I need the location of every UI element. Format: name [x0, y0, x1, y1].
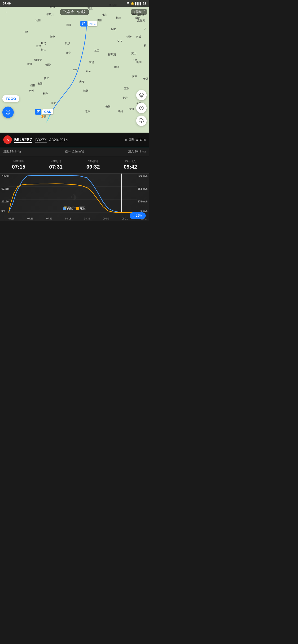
bell-icon: 🔔 [131, 2, 134, 5]
back-icon: ‹ [5, 9, 7, 15]
can-arrival: CAN推入 09:42 [112, 159, 149, 171]
aircraft-type: A320-251N [49, 138, 68, 142]
status-bar: 07:09 👁 🔔 ▌▌▌ 92 [0, 0, 149, 7]
playback-button[interactable]: ▷ 回放 UTC+8 [125, 138, 146, 142]
can-landing-value: 09:32 [87, 164, 100, 170]
map-container[interactable]: 郑州 商丘 微山湖 淮北 蚌埠 南京 宿迁 洪泽湖 高邮湖 合肥 铜陵 宣城 阜… [0, 0, 149, 132]
timezone-label: UTC+8 [136, 138, 146, 142]
y-label-5236: 5236m [1, 187, 9, 190]
flight-info: MU5287 B327X A320-251N [14, 137, 68, 142]
download-button[interactable] [136, 116, 147, 126]
time-display: 07:09 [3, 2, 11, 5]
layers-button[interactable] [136, 90, 147, 100]
fullscreen-icon: ⛶ [142, 10, 145, 14]
battery-display: 92 [143, 2, 146, 5]
can-arrival-label: CAN推入 [125, 160, 136, 163]
y-label-0kmh: 0km/h [140, 210, 148, 212]
togo-badge[interactable]: TOGO [2, 95, 19, 102]
hfe-takeoff-label: HFE起飞 [51, 160, 61, 163]
watermark-text: Smiling_HDG [68, 206, 85, 209]
watermark: 😊 Smiling_HDG [64, 206, 85, 209]
chart-x-labels: 07:15 07:36 07:57 08:18 08:39 09:00 09:2… [8, 217, 147, 220]
hfe-pushback: HFE推出 07:15 [0, 159, 37, 171]
hfe-takeoff: HFE起飞 07:31 [37, 159, 75, 171]
hfe-code: HFE [88, 21, 97, 26]
time-grid: HFE推出 07:15 HFE起飞 07:31 CAN落地 09:32 CAN推… [0, 156, 149, 174]
svg-rect-1 [0, 0, 149, 132]
taxi-out-stat: 滑出:15min(s) [3, 150, 21, 154]
can-landing: CAN落地 09:32 [74, 159, 112, 171]
x-label-0900: 09:00 [103, 217, 109, 220]
hfe-pushback-value: 07:15 [12, 164, 25, 170]
eye-icon: 👁 [127, 2, 130, 5]
map-controls [136, 90, 147, 126]
x-label-0715: 07:15 [8, 217, 14, 220]
x-label-0921: 09:21 [122, 217, 128, 220]
play-icon: ▷ [125, 138, 128, 142]
flight-number: MU5287 [14, 137, 33, 143]
video-label: 视频 [136, 10, 142, 14]
back-button[interactable]: ‹ [2, 8, 10, 16]
reg-code: B327X [35, 138, 47, 142]
user-avatar-icon: 😊 [64, 206, 67, 209]
origin-badge: 起 [80, 21, 87, 26]
flight-header: 东 MU5287 B327X A320-251N ▷ 回放 UTC+8 [0, 132, 149, 147]
svg-text:东: 东 [7, 138, 9, 141]
time-stats: 滑出:15min(s) 空中:121min(s) 滑入:10min(s) [0, 147, 149, 156]
video-button[interactable]: ⬆ 视频 ⛶ [131, 9, 147, 15]
can-arrival-value: 09:42 [124, 164, 137, 170]
map-svg [0, 0, 149, 132]
x-label-0757: 07:57 [46, 217, 52, 220]
radar-button[interactable] [2, 106, 14, 118]
hfe-takeoff-value: 07:31 [49, 164, 62, 170]
share-icon: ⬆ [133, 10, 135, 14]
x-label-0818: 08:18 [65, 217, 71, 220]
info-panel: 东 MU5287 B327X A320-251N ▷ 回放 UTC+8 滑出:1… [0, 132, 149, 221]
signal-icon: ▌▌▌ [135, 2, 142, 5]
share-count-button[interactable]: 共16张 [130, 212, 146, 219]
y-label-552: 552km/h [138, 187, 148, 190]
dest-badge: 落 [35, 109, 41, 114]
status-icons: 👁 🔔 ▌▌▌ 92 [127, 2, 146, 5]
hfe-pushback-label: HFE推出 [13, 160, 24, 163]
chart-area: ✈ 7854m 5236m 2618m 0m 829km/h 552km/h 2… [0, 174, 149, 221]
y-label-829: 829km/h [138, 174, 148, 177]
taxi-in-stat: 滑入:10min(s) [128, 150, 146, 154]
can-landing-label: CAN落地 [88, 160, 98, 163]
y-label-7854: 7854m [1, 174, 9, 177]
share-count-value: 16 [136, 214, 139, 217]
y-label-276: 276km/h [138, 200, 148, 203]
y-label-0m: 0m [1, 210, 5, 212]
history-button[interactable] [136, 103, 147, 113]
airline-logo: 东 [3, 136, 12, 144]
hfe-marker: 起 HFE [80, 21, 97, 26]
x-label-0839: 08:39 [84, 217, 90, 220]
y-label-2618: 2618m [1, 200, 9, 203]
playback-label: 回放 [129, 138, 135, 142]
airborne-stat: 空中:121min(s) [65, 150, 84, 154]
x-label-0736: 07:36 [27, 217, 33, 220]
